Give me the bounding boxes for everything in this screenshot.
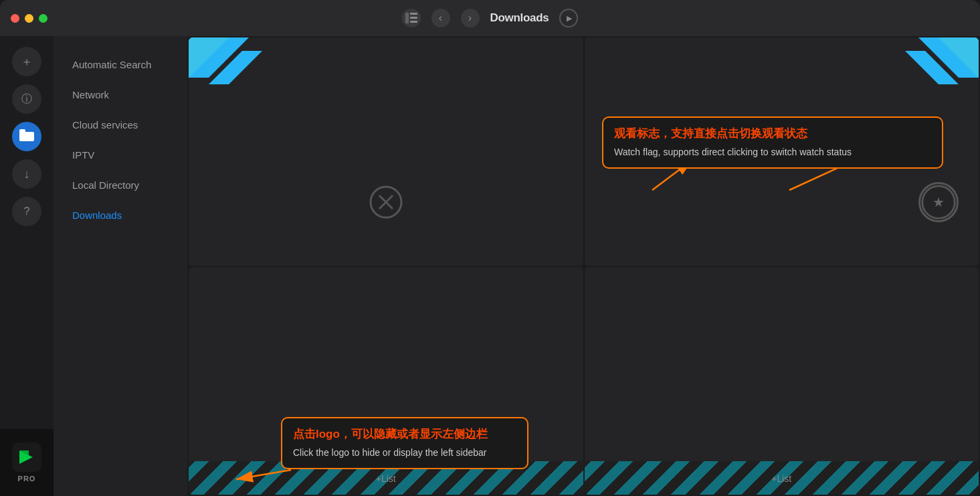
svg-rect-1 [410,13,417,15]
logo-tooltip-title-cn: 点击logo，可以隐藏或者显示左侧边栏 [293,426,516,442]
sidebar-item-add[interactable]: ＋ [12,47,41,76]
content-cell-top-left [189,37,583,266]
play-button[interactable]: ▶ [559,9,578,27]
watch-flag-tooltip-title-cn: 观看标志，支持直接点击切换观看状态 [614,126,931,141]
app-window: ‹ › Downloads ▶ ＋ ⓘ [0,0,980,496]
watch-flag-tooltip-title-en: Watch flag, supports direct clicking to … [614,145,931,159]
watch-status-icon[interactable] [369,185,403,222]
forward-button[interactable]: › [461,9,480,27]
text-sidebar: Automatic Search Network Cloud services … [54,36,187,496]
sidebar-item-network[interactable]: Network [59,81,182,108]
logo-area[interactable]: PRO [0,429,54,496]
titlebar-center: ‹ › Downloads ▶ [402,9,579,27]
sidebar-item-iptv[interactable]: IPTV [59,141,182,169]
sidebar-item-automatic-search[interactable]: Automatic Search [59,51,182,78]
logo-tooltip-title-en: Click the logo to hide or display the le… [293,446,516,460]
traffic-lights [11,14,47,23]
chevron-right-icon: › [468,12,472,24]
maximize-button[interactable] [39,14,47,23]
app-logo [12,442,41,472]
download-icon: ↓ [24,167,30,181]
sidebar-toggle-button[interactable] [402,9,421,27]
help-icon: ? [24,205,30,218]
sidebar-item-cloud-services[interactable]: Cloud services [59,111,182,139]
content-cell-bottom-right: +List [585,267,979,495]
svg-text:★: ★ [933,193,945,209]
sidebar-item-help[interactable]: ? [12,197,41,226]
flutter-logo-top-right [892,37,979,125]
sidebar-item-local-directory[interactable]: Local Directory [59,171,182,199]
sidebar-item-info[interactable]: ⓘ [12,84,41,114]
minimize-button[interactable] [25,14,33,23]
add-list-button-left[interactable]: +List [376,473,396,484]
content-area: ★ +List +List [187,36,980,496]
svg-rect-5 [19,129,25,133]
logo-pro-label: PRO [18,475,36,483]
logo-tooltip: 点击logo，可以隐藏或者显示左侧边栏 Click the logo to hi… [281,417,528,469]
back-button[interactable]: ‹ [431,9,450,27]
add-list-button-right[interactable]: +List [771,473,791,484]
sidebar-item-downloads[interactable]: ↓ [12,159,41,189]
star-button[interactable]: ★ [918,182,959,222]
svg-rect-2 [410,17,417,19]
sidebar-item-downloads[interactable]: Downloads [59,201,182,229]
icon-sidebar: ＋ ⓘ ↓ ? [0,36,54,496]
plus-icon: ＋ [21,54,33,70]
watch-flag-tooltip: 观看标志，支持直接点击切换观看状态 Watch flag, supports d… [602,116,943,169]
main-layout: ＋ ⓘ ↓ ? Automatic Search [0,36,980,496]
info-icon: ⓘ [21,92,32,106]
sidebar-item-library[interactable] [12,122,41,151]
chevron-left-icon: ‹ [439,12,442,24]
folder-icon [19,129,34,145]
page-title: Downloads [490,11,549,25]
titlebar: ‹ › Downloads ▶ [0,0,980,36]
close-button[interactable] [11,14,19,23]
play-icon: ▶ [567,14,572,23]
svg-rect-0 [405,13,409,23]
svg-rect-3 [410,21,417,23]
svg-rect-4 [19,132,34,141]
flutter-logo-top-left [189,37,276,125]
